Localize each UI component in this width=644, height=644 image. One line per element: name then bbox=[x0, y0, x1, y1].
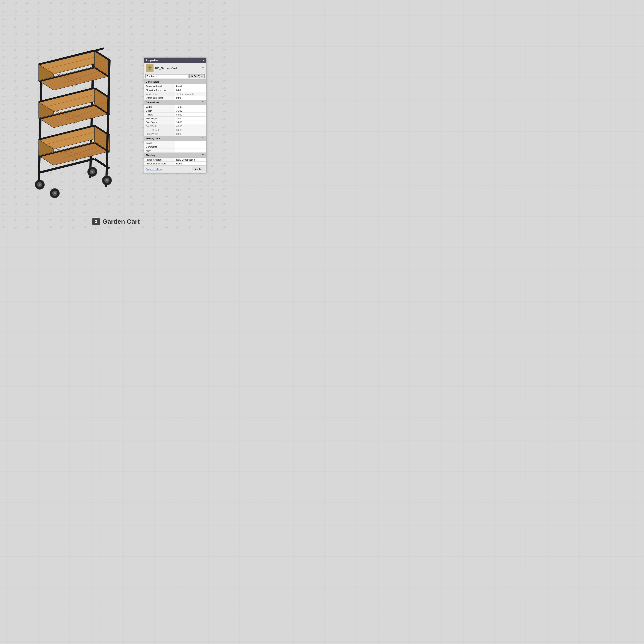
prop-value-level-height: 34.00 bbox=[175, 128, 206, 132]
prop-value-work-plane: <not associated> bbox=[175, 92, 206, 96]
prop-row-comments: Comments bbox=[144, 145, 206, 149]
prop-value-offset-from-host[interactable]: 0.00 bbox=[175, 96, 206, 100]
edit-type-button[interactable]: ⚙ Edit Type bbox=[189, 74, 205, 78]
bottom-label: 3 Garden Cart bbox=[92, 218, 140, 225]
svg-point-54 bbox=[39, 184, 41, 186]
phasing-label: Phasing bbox=[146, 154, 155, 156]
prop-label-offset-from-host: Offset from Host bbox=[144, 96, 175, 100]
prop-value-comments[interactable] bbox=[175, 145, 206, 149]
phasing-collapse-icon[interactable]: ⌃ bbox=[202, 153, 204, 157]
prop-value-elevation-from-level[interactable]: 0.00 bbox=[175, 88, 206, 92]
constraints-label: Constraints bbox=[146, 81, 159, 83]
panel-footer: Properties help Apply bbox=[144, 166, 206, 173]
svg-line-0 bbox=[39, 64, 42, 189]
panel-dropdown-arrow[interactable]: ▼ bbox=[202, 67, 204, 69]
properties-help-link[interactable]: Properties help bbox=[146, 168, 162, 170]
prop-label-comments: Comments bbox=[144, 145, 175, 149]
prop-row-box-width: Box Width 45.00 bbox=[144, 124, 206, 128]
prop-label-schedule-level: Schedule Level bbox=[144, 84, 175, 88]
prop-value-height[interactable]: 85.00 bbox=[175, 113, 206, 116]
cart-3d-view bbox=[19, 39, 127, 206]
identity-data-label: Identity Data bbox=[146, 137, 160, 140]
identity-data-collapse-icon[interactable]: ⌃ bbox=[202, 137, 204, 140]
object-icon: 🪴 bbox=[146, 64, 153, 72]
type-selector[interactable]: Furniture (1) bbox=[145, 74, 188, 78]
prop-row-mark: Mark bbox=[144, 149, 206, 153]
panel-close-button[interactable]: × bbox=[202, 59, 204, 62]
prop-value-box-width: 45.00 bbox=[175, 124, 206, 128]
constraints-collapse-icon[interactable]: ⌃ bbox=[202, 80, 204, 84]
prop-label-work-plane: Work Plane bbox=[144, 92, 175, 96]
constraints-section-header[interactable]: Constraints ⌃ bbox=[144, 79, 206, 84]
prop-value-box-height[interactable]: 10.00 bbox=[175, 117, 206, 120]
prop-label-width: Width bbox=[144, 105, 175, 109]
prop-value-phase-created[interactable]: New Construction bbox=[175, 158, 206, 161]
prop-label-phase-created: Phase Created bbox=[144, 158, 175, 161]
phasing-section-header[interactable]: Phasing ⌃ bbox=[144, 153, 206, 158]
dimensions-section-header[interactable]: Dimensions ⌃ bbox=[144, 100, 206, 105]
prop-row-level-height: Level Height 34.00 bbox=[144, 128, 206, 132]
prop-row-schedule-level: Schedule Level Level 1 bbox=[144, 84, 206, 88]
prop-row-plank-width: Plank Width 8.00 bbox=[144, 132, 206, 136]
edit-type-label: Edit Type bbox=[194, 75, 203, 77]
prop-value-depth[interactable]: 36.00 bbox=[175, 109, 206, 112]
bottom-label-number: 3 bbox=[92, 218, 100, 225]
dimensions-label: Dimensions bbox=[146, 101, 159, 104]
svg-point-60 bbox=[106, 179, 108, 181]
prop-row-image: Image bbox=[144, 141, 206, 145]
prop-row-work-plane: Work Plane <not associated> bbox=[144, 92, 206, 96]
bottom-label-text: Garden Cart bbox=[102, 218, 140, 225]
panel-header: 🪴 RD_Garden Cart ▼ bbox=[144, 63, 206, 73]
prop-row-elevation-from-level: Elevation from Level 0.00 bbox=[144, 88, 206, 92]
prop-value-image[interactable] bbox=[175, 141, 206, 145]
dimensions-properties: Width 46.00 Depth 36.00 Height 85.00 Box… bbox=[144, 105, 206, 136]
prop-label-box-depth: Box Depth bbox=[144, 120, 175, 124]
panel-title: Properties bbox=[146, 59, 158, 62]
properties-panel: Properties × 🪴 RD_Garden Cart ▼ Furnitur… bbox=[144, 58, 206, 173]
prop-value-phase-demolished[interactable]: None bbox=[175, 162, 206, 165]
prop-label-elevation-from-level: Elevation from Level bbox=[144, 88, 175, 92]
prop-value-box-depth[interactable]: 35.00 bbox=[175, 120, 206, 124]
svg-point-63 bbox=[54, 192, 56, 194]
prop-row-phase-created: Phase Created New Construction bbox=[144, 158, 206, 162]
prop-value-plank-width: 8.00 bbox=[175, 132, 206, 136]
prop-row-box-height: Box Height 10.00 bbox=[144, 117, 206, 120]
prop-label-height: Height bbox=[144, 113, 175, 116]
dimensions-collapse-icon[interactable]: ⌃ bbox=[202, 101, 204, 104]
svg-point-57 bbox=[91, 171, 93, 173]
prop-value-mark[interactable] bbox=[175, 149, 206, 152]
edit-type-icon: ⚙ bbox=[191, 75, 193, 77]
apply-button[interactable]: Apply bbox=[192, 167, 204, 171]
prop-label-phase-demolished: Phase Demolished bbox=[144, 162, 175, 165]
prop-label-box-width: Box Width bbox=[144, 124, 175, 128]
identity-data-properties: Image Comments Mark bbox=[144, 141, 206, 153]
prop-label-image: Image bbox=[144, 141, 175, 145]
prop-value-width[interactable]: 46.00 bbox=[175, 105, 206, 109]
selector-row: Furniture (1) ⚙ Edit Type bbox=[144, 73, 206, 79]
prop-label-level-height: Level Height bbox=[144, 128, 175, 132]
prop-row-height: Height 85.00 bbox=[144, 113, 206, 117]
prop-row-box-depth: Box Depth 35.00 bbox=[144, 120, 206, 124]
prop-row-depth: Depth 36.00 bbox=[144, 109, 206, 113]
constraints-properties: Schedule Level Level 1 Elevation from Le… bbox=[144, 84, 206, 100]
prop-value-schedule-level[interactable]: Level 1 bbox=[175, 84, 206, 88]
panel-titlebar: Properties × bbox=[144, 58, 206, 63]
prop-label-plank-width: Plank Width bbox=[144, 132, 175, 136]
phasing-properties: Phase Created New Construction Phase Dem… bbox=[144, 158, 206, 166]
prop-label-box-height: Box Height bbox=[144, 117, 175, 120]
prop-row-width: Width 46.00 bbox=[144, 105, 206, 109]
object-name: RD_Garden Cart bbox=[155, 67, 177, 70]
prop-row-phase-demolished: Phase Demolished None bbox=[144, 162, 206, 166]
prop-label-depth: Depth bbox=[144, 109, 175, 112]
prop-row-offset-from-host: Offset from Host 0.00 bbox=[144, 96, 206, 100]
identity-data-section-header[interactable]: Identity Data ⌃ bbox=[144, 136, 206, 141]
prop-label-mark: Mark bbox=[144, 149, 175, 152]
